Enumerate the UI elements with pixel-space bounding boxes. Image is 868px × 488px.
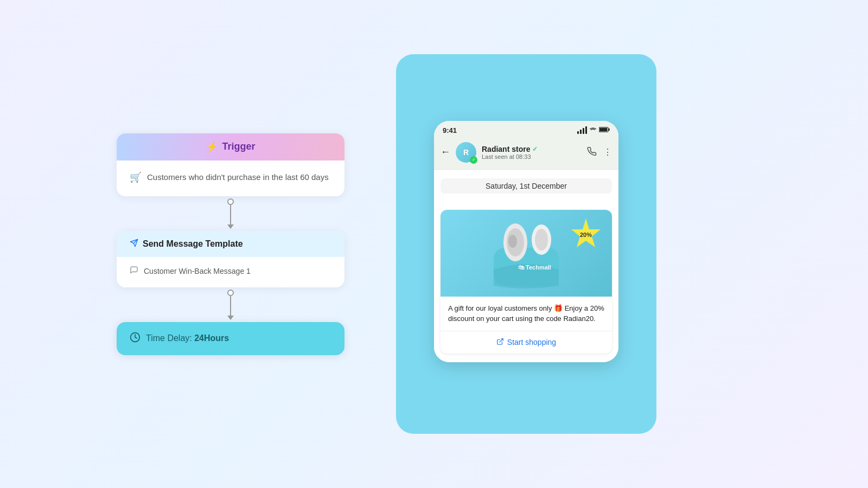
main-container: ⚡ Trigger 🛒 Customers who didn't purchas… [108,54,760,434]
svg-text:🛍 Techmall: 🛍 Techmall [518,264,551,271]
product-illustration: 🛍 Techmall [477,215,575,291]
status-icons [577,126,610,134]
connector-arrow-2 [227,316,234,320]
chat-header-info: Radiant store ✓ Last seen at 08:33 [482,145,582,160]
connector-line-2 [230,296,231,316]
product-image: 🛍 Techmall 20% [441,210,612,297]
chat-header-actions: ⋮ [587,146,612,158]
star-badge-svg: 20% [570,217,602,250]
trigger-condition: Customers who didn't purchase in the las… [147,172,329,182]
discount-badge: 20% [570,217,602,252]
chat-avatar-container: R ✓ [456,142,476,163]
signal-bars [577,126,587,134]
message-icon [130,266,138,277]
svg-rect-5 [599,128,607,131]
phone-call-icon[interactable] [587,146,597,158]
time-delay-bold: 24Hours [194,333,229,343]
external-link-icon [496,338,504,347]
trigger-body: 🛒 Customers who didn't purchase in the l… [117,160,344,196]
connector-line-1 [230,205,231,224]
message-text: A gift for our loyal customers only 🎁 En… [441,297,612,331]
connector-1 [227,198,234,229]
svg-line-15 [500,338,503,342]
battery-icon [599,126,610,134]
time-delay-card: Time Delay: 24Hours [117,322,344,355]
svg-point-9 [508,235,517,248]
clock-icon [130,332,141,345]
signal-bar-1 [577,131,579,134]
time-delay-text: Time Delay: 24Hours [146,333,229,343]
workflow-panel: ⚡ Trigger 🛒 Customers who didn't purchas… [108,133,353,355]
chat-body: Saturday, 1st December [434,170,618,362]
connector-arrow-1 [227,224,234,229]
bolt-icon: ⚡ [206,141,218,153]
start-shopping-button[interactable]: Start shopping [441,331,612,354]
status-time: 9:41 [443,126,457,134]
template-name: Customer Win-Back Message 1 [144,267,251,275]
connector-2 [227,290,234,320]
chat-name: Radiant store ✓ [482,145,582,153]
wifi-icon [589,126,597,134]
svg-point-11 [535,229,548,251]
cta-label: Start shopping [507,338,556,346]
connector-dot-2 [227,290,234,296]
svg-text:20%: 20% [580,232,592,238]
signal-bar-2 [580,130,582,134]
verified-badge: ✓ [470,156,477,164]
svg-rect-4 [609,129,610,131]
message-bubble: 🛍 Techmall 20% A gift for our loyal cust… [441,210,612,354]
send-message-card: Send Message Template Customer Win-Back … [117,231,344,287]
verified-icon: ✓ [532,145,538,153]
back-arrow-icon[interactable]: ← [441,146,450,158]
send-message-title: Send Message Template [143,239,243,249]
send-message-header: Send Message Template [117,231,344,257]
trigger-title: Trigger [222,141,255,152]
trigger-card: ⚡ Trigger 🛒 Customers who didn't purchas… [117,133,344,196]
connector-dot-1 [227,198,234,205]
send-message-body: Customer Win-Back Message 1 [117,257,344,287]
cart-icon: 🛒 [130,171,142,183]
phone-status-bar: 9:41 [434,121,618,138]
phone-mockup: 9:41 [434,121,618,362]
send-icon [130,239,138,249]
chat-status: Last seen at 08:33 [482,153,582,160]
signal-bar-3 [583,128,584,134]
more-options-icon[interactable]: ⋮ [603,147,612,157]
phone-panel: 9:41 [396,54,656,434]
phone-chat-header: ← R ✓ Radiant store ✓ Last seen at 08:33 [434,138,618,170]
signal-bar-4 [585,126,587,134]
trigger-header: ⚡ Trigger [117,133,344,160]
date-label: Saturday, 1st December [441,178,612,194]
